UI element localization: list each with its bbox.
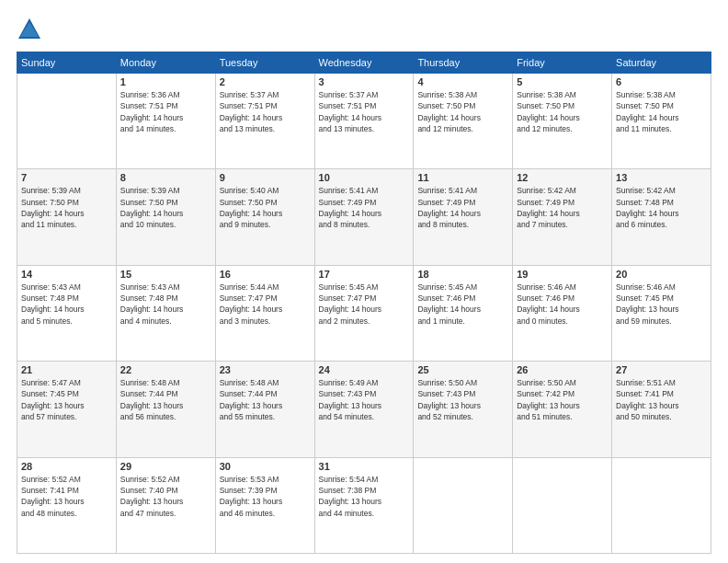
calendar-cell: 16Sunrise: 5:44 AM Sunset: 7:47 PM Dayli… — [215, 265, 314, 361]
calendar-cell: 7Sunrise: 5:39 AM Sunset: 7:50 PM Daylig… — [17, 169, 117, 265]
calendar-table: SundayMondayTuesdayWednesdayThursdayFrid… — [17, 52, 711, 554]
day-number: 6 — [616, 76, 707, 87]
day-number: 25 — [417, 364, 508, 375]
day-number: 9 — [220, 172, 311, 183]
day-info: Sunrise: 5:41 AM Sunset: 7:49 PM Dayligh… — [319, 185, 410, 230]
calendar-cell: 26Sunrise: 5:50 AM Sunset: 7:42 PM Dayli… — [513, 362, 612, 457]
day-info: Sunrise: 5:43 AM Sunset: 7:48 PM Dayligh… — [120, 282, 211, 327]
day-number: 15 — [120, 269, 211, 280]
day-number: 2 — [220, 76, 311, 87]
day-number: 21 — [21, 364, 112, 375]
day-number: 31 — [319, 461, 410, 472]
calendar-cell: 13Sunrise: 5:42 AM Sunset: 7:48 PM Dayli… — [612, 169, 711, 265]
calendar-cell: 22Sunrise: 5:48 AM Sunset: 7:44 PM Dayli… — [116, 362, 215, 457]
calendar-week-1: 1Sunrise: 5:36 AM Sunset: 7:51 PM Daylig… — [17, 74, 711, 169]
day-number: 3 — [319, 76, 410, 87]
calendar-cell — [17, 74, 117, 169]
logo-icon — [17, 17, 42, 42]
header — [17, 17, 711, 42]
day-info: Sunrise: 5:48 AM Sunset: 7:44 PM Dayligh… — [120, 377, 211, 422]
calendar-week-4: 21Sunrise: 5:47 AM Sunset: 7:45 PM Dayli… — [17, 362, 711, 457]
calendar-cell: 28Sunrise: 5:52 AM Sunset: 7:41 PM Dayli… — [17, 457, 117, 553]
calendar-cell: 25Sunrise: 5:50 AM Sunset: 7:43 PM Dayli… — [414, 362, 513, 457]
day-info: Sunrise: 5:46 AM Sunset: 7:46 PM Dayligh… — [517, 282, 608, 327]
day-number: 27 — [616, 364, 707, 375]
calendar-cell — [513, 457, 612, 553]
calendar-week-5: 28Sunrise: 5:52 AM Sunset: 7:41 PM Dayli… — [17, 457, 711, 553]
calendar-cell — [414, 457, 513, 553]
calendar-header-row: SundayMondayTuesdayWednesdayThursdayFrid… — [17, 52, 711, 74]
calendar-cell: 12Sunrise: 5:42 AM Sunset: 7:49 PM Dayli… — [513, 169, 612, 265]
day-number: 20 — [616, 269, 707, 280]
calendar-cell: 18Sunrise: 5:45 AM Sunset: 7:46 PM Dayli… — [414, 265, 513, 361]
day-info: Sunrise: 5:41 AM Sunset: 7:49 PM Dayligh… — [417, 185, 508, 230]
day-number: 11 — [417, 172, 508, 183]
page: SundayMondayTuesdayWednesdayThursdayFrid… — [0, 0, 728, 563]
day-info: Sunrise: 5:45 AM Sunset: 7:47 PM Dayligh… — [319, 282, 410, 327]
calendar-cell: 29Sunrise: 5:52 AM Sunset: 7:40 PM Dayli… — [116, 457, 215, 553]
day-number: 26 — [517, 364, 608, 375]
calendar-cell: 24Sunrise: 5:49 AM Sunset: 7:43 PM Dayli… — [314, 362, 414, 457]
calendar-header-tuesday: Tuesday — [215, 52, 314, 74]
calendar-cell: 10Sunrise: 5:41 AM Sunset: 7:49 PM Dayli… — [314, 169, 414, 265]
calendar-header-sunday: Sunday — [17, 52, 117, 74]
calendar-cell: 2Sunrise: 5:37 AM Sunset: 7:51 PM Daylig… — [215, 74, 314, 169]
day-info: Sunrise: 5:36 AM Sunset: 7:51 PM Dayligh… — [120, 89, 211, 134]
day-info: Sunrise: 5:49 AM Sunset: 7:43 PM Dayligh… — [319, 377, 410, 422]
calendar-cell: 14Sunrise: 5:43 AM Sunset: 7:48 PM Dayli… — [17, 265, 117, 361]
day-number: 30 — [220, 461, 311, 472]
day-number: 5 — [517, 76, 608, 87]
day-info: Sunrise: 5:48 AM Sunset: 7:44 PM Dayligh… — [220, 377, 311, 422]
calendar-header-friday: Friday — [513, 52, 612, 74]
day-info: Sunrise: 5:50 AM Sunset: 7:43 PM Dayligh… — [417, 377, 508, 422]
calendar-week-2: 7Sunrise: 5:39 AM Sunset: 7:50 PM Daylig… — [17, 169, 711, 265]
day-info: Sunrise: 5:39 AM Sunset: 7:50 PM Dayligh… — [21, 185, 112, 230]
day-info: Sunrise: 5:47 AM Sunset: 7:45 PM Dayligh… — [21, 377, 112, 422]
calendar-week-3: 14Sunrise: 5:43 AM Sunset: 7:48 PM Dayli… — [17, 265, 711, 361]
calendar-cell: 23Sunrise: 5:48 AM Sunset: 7:44 PM Dayli… — [215, 362, 314, 457]
svg-marker-1 — [20, 22, 39, 37]
day-number: 4 — [417, 76, 508, 87]
calendar-cell: 11Sunrise: 5:41 AM Sunset: 7:49 PM Dayli… — [414, 169, 513, 265]
calendar-cell: 1Sunrise: 5:36 AM Sunset: 7:51 PM Daylig… — [116, 74, 215, 169]
day-number: 13 — [616, 172, 707, 183]
calendar-cell: 19Sunrise: 5:46 AM Sunset: 7:46 PM Dayli… — [513, 265, 612, 361]
day-info: Sunrise: 5:38 AM Sunset: 7:50 PM Dayligh… — [616, 89, 707, 134]
day-number: 7 — [21, 172, 112, 183]
day-info: Sunrise: 5:44 AM Sunset: 7:47 PM Dayligh… — [220, 282, 311, 327]
day-number: 23 — [220, 364, 311, 375]
calendar-header-thursday: Thursday — [414, 52, 513, 74]
calendar-cell: 8Sunrise: 5:39 AM Sunset: 7:50 PM Daylig… — [116, 169, 215, 265]
day-number: 22 — [120, 364, 211, 375]
calendar-cell: 4Sunrise: 5:38 AM Sunset: 7:50 PM Daylig… — [414, 74, 513, 169]
day-number: 29 — [120, 461, 211, 472]
calendar-cell: 3Sunrise: 5:37 AM Sunset: 7:51 PM Daylig… — [314, 74, 414, 169]
calendar-header-monday: Monday — [116, 52, 215, 74]
calendar-cell: 17Sunrise: 5:45 AM Sunset: 7:47 PM Dayli… — [314, 265, 414, 361]
day-info: Sunrise: 5:38 AM Sunset: 7:50 PM Dayligh… — [517, 89, 608, 134]
day-info: Sunrise: 5:50 AM Sunset: 7:42 PM Dayligh… — [517, 377, 608, 422]
calendar-cell: 6Sunrise: 5:38 AM Sunset: 7:50 PM Daylig… — [612, 74, 711, 169]
day-info: Sunrise: 5:38 AM Sunset: 7:50 PM Dayligh… — [417, 89, 508, 134]
day-number: 14 — [21, 269, 112, 280]
day-info: Sunrise: 5:43 AM Sunset: 7:48 PM Dayligh… — [21, 282, 112, 327]
calendar-cell: 30Sunrise: 5:53 AM Sunset: 7:39 PM Dayli… — [215, 457, 314, 553]
day-info: Sunrise: 5:39 AM Sunset: 7:50 PM Dayligh… — [120, 185, 211, 230]
day-info: Sunrise: 5:45 AM Sunset: 7:46 PM Dayligh… — [417, 282, 508, 327]
calendar-cell: 27Sunrise: 5:51 AM Sunset: 7:41 PM Dayli… — [612, 362, 711, 457]
calendar-header-saturday: Saturday — [612, 52, 711, 74]
calendar-cell: 21Sunrise: 5:47 AM Sunset: 7:45 PM Dayli… — [17, 362, 117, 457]
calendar-cell: 31Sunrise: 5:54 AM Sunset: 7:38 PM Dayli… — [314, 457, 414, 553]
day-info: Sunrise: 5:40 AM Sunset: 7:50 PM Dayligh… — [220, 185, 311, 230]
day-number: 18 — [417, 269, 508, 280]
day-number: 12 — [517, 172, 608, 183]
day-number: 8 — [120, 172, 211, 183]
day-info: Sunrise: 5:52 AM Sunset: 7:40 PM Dayligh… — [120, 474, 211, 519]
calendar-cell — [612, 457, 711, 553]
day-info: Sunrise: 5:37 AM Sunset: 7:51 PM Dayligh… — [319, 89, 410, 134]
calendar-header-wednesday: Wednesday — [314, 52, 414, 74]
calendar-cell: 15Sunrise: 5:43 AM Sunset: 7:48 PM Dayli… — [116, 265, 215, 361]
day-number: 16 — [220, 269, 311, 280]
day-number: 28 — [21, 461, 112, 472]
day-number: 1 — [120, 76, 211, 87]
